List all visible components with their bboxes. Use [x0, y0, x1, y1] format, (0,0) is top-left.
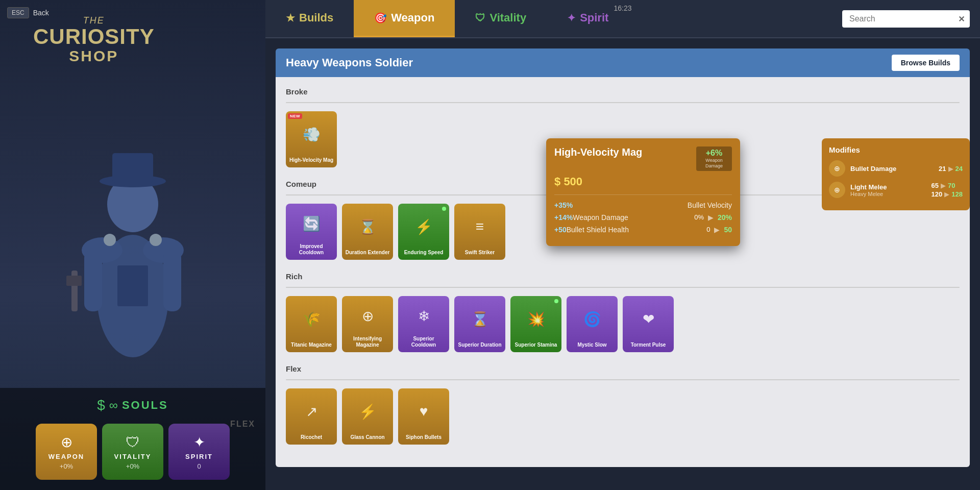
- clock: 16:23: [614, 4, 631, 12]
- modifies-title: Modifies: [829, 145, 963, 154]
- bullet-damage-name: Bullet Damage: [850, 165, 934, 173]
- content-area: Heavy Weapons Soldier Browse Builds Brok…: [265, 38, 980, 490]
- improved-cooldown-icon: 🔄: [303, 215, 321, 232]
- item-improved-cooldown[interactable]: 🔄 Improved Cooldown: [286, 204, 337, 260]
- esc-button[interactable]: ESC: [7, 7, 29, 18]
- tooltip-stat-pct-sh: +50: [554, 226, 567, 234]
- vitality-shield-icon: 🛡: [475, 12, 485, 24]
- superior-stamina-icon: 💥: [527, 311, 545, 328]
- tooltip-cost-symbol: $: [554, 175, 560, 188]
- heavy-melee-values: 120 ▶ 128: [932, 190, 963, 198]
- tab-vitality[interactable]: 🛡 Vitality: [455, 0, 547, 37]
- tooltip-stat-label-wd: Weapon Damage: [573, 213, 628, 222]
- main-panel: 16:23 ★ Builds 🎯 Weapon 🛡 Vitality ✦ Spi…: [265, 0, 980, 490]
- spirit-value: 0: [197, 462, 201, 470]
- tooltip-header: High-Velocity Mag +6% WeaponDamage: [554, 146, 732, 171]
- modifies-panel: Modifies ⊕ Bullet Damage 21 ▶ 24 ⊕: [822, 138, 970, 210]
- siphon-bullets-icon: ♥: [420, 403, 428, 420]
- character-figure: [56, 102, 209, 357]
- melee-values: 65 ▶ 70 120 ▶ 128: [932, 182, 963, 198]
- item-icon-area-gc: ⚡: [342, 388, 393, 434]
- tooltip-stat-pct-wd: +14%: [554, 213, 573, 222]
- souls-label: SOULS: [122, 399, 168, 412]
- tab-weapon[interactable]: 🎯 Weapon: [354, 0, 455, 37]
- item-mystic-slow[interactable]: 🌀 Mystic Slow: [567, 296, 618, 352]
- tooltip-pct: +6%: [706, 149, 722, 158]
- light-melee-values: 65 ▶ 70: [932, 182, 963, 189]
- item-icon-area-sc: ❄: [398, 296, 449, 336]
- item-glass-cannon[interactable]: ⚡ Glass Cannon: [342, 388, 393, 445]
- spirit-stat-button[interactable]: ✦ SPIRIT 0: [168, 424, 230, 480]
- build-header: Heavy Weapons Soldier Browse Builds: [276, 48, 970, 77]
- weapon-value: +0%: [60, 462, 73, 470]
- mod-from-hm: 120: [932, 190, 943, 198]
- item-name-ss: Swift Striker: [463, 250, 497, 256]
- vitality-icon: 🛡: [126, 434, 140, 451]
- svg-rect-6: [84, 250, 102, 311]
- tab-weapon-label: Weapon: [391, 11, 434, 24]
- esc-bar: ESC Back: [7, 7, 49, 18]
- item-name-sst: Superior Stamina: [513, 342, 559, 348]
- item-icon-area-es: ⚡: [398, 204, 449, 250]
- tooltip-item-name: High-Velocity Mag: [554, 146, 642, 158]
- vitality-stat-button[interactable]: 🛡 VITALITY +0%: [102, 424, 163, 480]
- builds-star-icon: ★: [286, 12, 295, 24]
- tooltip-stat-to-wd: 20%: [718, 213, 732, 222]
- item-name-tp: Torment Pulse: [629, 342, 668, 348]
- glass-cannon-icon: ⚡: [359, 403, 377, 420]
- back-label[interactable]: Back: [33, 9, 49, 17]
- item-high-velocity-mag[interactable]: NEW 💨 High-Velocity Mag: [286, 111, 337, 167]
- svg-rect-3: [112, 153, 153, 183]
- tooltip-divider: [554, 194, 732, 195]
- item-name-sb: Siphon Bullets: [404, 434, 444, 440]
- character-area: [0, 61, 265, 357]
- intensifying-magazine-icon: ⊕: [362, 308, 374, 325]
- item-name-tm: Titanic Magazine: [289, 342, 334, 348]
- tooltip-stat-weapon-damage: +14% Weapon Damage 0% ▶ 20%: [554, 213, 732, 222]
- item-siphon-bullets[interactable]: ♥ Siphon Bullets: [398, 388, 449, 445]
- item-superior-duration[interactable]: ⌛ Superior Duration: [454, 296, 505, 352]
- section-rich: Rich 🌾 Titanic Magazine ⊕ Intensifying M…: [286, 272, 960, 352]
- svg-rect-8: [117, 265, 148, 306]
- item-superior-cooldown[interactable]: ❄ Superior Cooldown: [398, 296, 449, 352]
- item-duration-extender[interactable]: ⌛ Duration Extender: [342, 204, 393, 260]
- spirit-label: SPIRIT: [185, 453, 213, 460]
- new-badge: NEW: [288, 113, 302, 119]
- item-ricochet[interactable]: ↗ Ricochet: [286, 388, 337, 445]
- mod-from-lm: 65: [932, 182, 939, 189]
- item-tooltip: High-Velocity Mag +6% WeaponDamage $ 500…: [546, 138, 740, 246]
- tab-spirit-label: Spirit: [580, 11, 608, 24]
- item-name-sc: Superior Cooldown: [398, 336, 449, 348]
- item-titanic-magazine[interactable]: 🌾 Titanic Magazine: [286, 296, 337, 352]
- shop-shop: SHOP: [33, 47, 155, 65]
- tooltip-arrow-sh: ▶: [714, 226, 720, 234]
- item-intensifying-magazine[interactable]: ⊕ Intensifying Magazine: [342, 296, 393, 352]
- bullet-damage-info: Bullet Damage: [850, 165, 934, 173]
- mod-to-hm: 128: [951, 190, 963, 198]
- item-icon-area-ss: ≡: [454, 204, 505, 250]
- item-swift-striker[interactable]: ≡ Swift Striker: [454, 204, 505, 260]
- item-name-ms: Mystic Slow: [575, 342, 608, 348]
- modifies-row-melee: ⊕ Light Melee Heavy Melee 65 ▶ 70 120: [829, 182, 963, 198]
- weapon-icon: ⊕: [61, 434, 72, 451]
- svg-point-10: [150, 234, 162, 246]
- mod-arrow-lm: ▶: [941, 182, 946, 189]
- mystic-slow-icon: 🌀: [583, 311, 601, 328]
- weapon-stat-button[interactable]: ⊕ WEAPON +0%: [36, 424, 97, 480]
- rich-separator: [286, 287, 960, 288]
- melee-info: Light Melee Heavy Melee: [850, 183, 926, 197]
- search-input[interactable]: [842, 10, 970, 28]
- item-icon-area-im: ⊕: [342, 296, 393, 336]
- mod-to-bd: 24: [955, 165, 963, 173]
- light-melee-name: Light Melee: [850, 183, 926, 191]
- tab-builds[interactable]: ★ Builds: [265, 0, 354, 37]
- item-torment-pulse[interactable]: ❤ Torment Pulse: [623, 296, 674, 352]
- enduring-speed-icon: ⚡: [415, 218, 433, 235]
- item-name-im: Intensifying Magazine: [342, 336, 393, 348]
- search-clear-icon[interactable]: ✕: [958, 14, 965, 23]
- item-enduring-speed[interactable]: ⚡ Enduring Speed: [398, 204, 449, 260]
- browse-builds-button[interactable]: Browse Builds: [892, 55, 960, 71]
- tooltip-stat-pct-bv: +35%: [554, 201, 573, 209]
- item-name-r: Ricochet: [299, 434, 324, 440]
- item-superior-stamina[interactable]: 💥 Superior Stamina: [510, 296, 561, 352]
